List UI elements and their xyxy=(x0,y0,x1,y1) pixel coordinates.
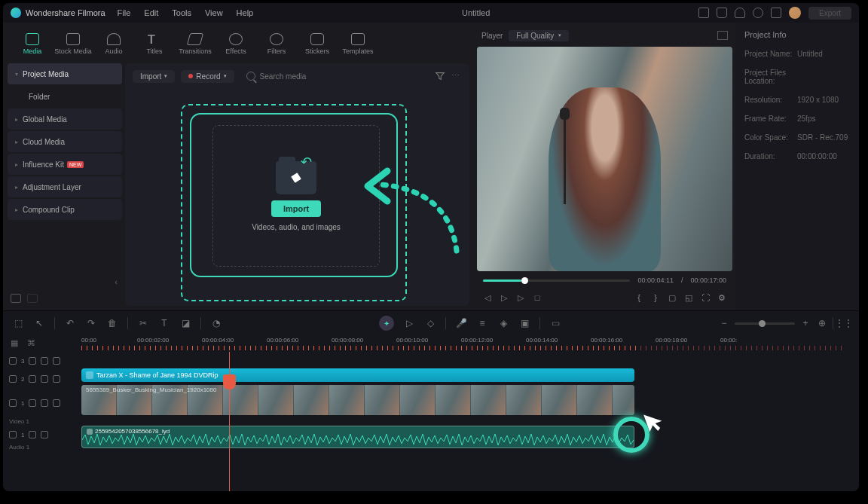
sidebar-item-project-media[interactable]: ▾Project Media xyxy=(8,63,122,84)
timeline-lanes[interactable]: Tarzan X - Shame of Jane 1994 DVDRip 585… xyxy=(81,352,859,491)
menu-view[interactable]: View xyxy=(205,8,223,17)
mic-icon[interactable]: 🎤 xyxy=(455,317,467,329)
track-head-title3[interactable]: 3 xyxy=(3,352,81,370)
marker-icon[interactable]: ◇ xyxy=(424,317,436,329)
render-icon[interactable]: ▭ xyxy=(549,317,561,329)
tab-effects[interactable]: Effects xyxy=(215,33,256,55)
undo-icon[interactable]: ↶ xyxy=(64,317,76,329)
video-preview[interactable] xyxy=(477,47,732,271)
main-menu: File Edit Tools View Help xyxy=(118,8,254,17)
import-dropdown[interactable]: Import▾ xyxy=(133,70,175,83)
keyframe-icon[interactable]: ◈ xyxy=(497,317,509,329)
tab-media[interactable]: Media xyxy=(12,33,53,55)
tab-stickers[interactable]: Stickers xyxy=(297,33,338,55)
track-head-title2[interactable]: 2 xyxy=(3,370,81,388)
link-icon[interactable]: ⌘ xyxy=(27,338,38,349)
ruler-tick: 00:00:06:00 xyxy=(267,337,298,344)
ruler-tick: 00:00:14:00 xyxy=(526,337,558,344)
filter-icon[interactable] xyxy=(435,71,445,81)
mark-out-icon[interactable]: } xyxy=(651,293,660,302)
menu-help[interactable]: Help xyxy=(237,8,254,17)
tab-transitions[interactable]: Transitions xyxy=(175,33,215,55)
select-tool-icon[interactable]: ⬚ xyxy=(12,317,24,329)
tab-titles[interactable]: Titles xyxy=(134,33,175,55)
menu-tools[interactable]: Tools xyxy=(172,8,191,17)
total-time: 00:00:17:00 xyxy=(690,276,726,284)
cloud-icon[interactable] xyxy=(735,8,745,18)
apps-icon[interactable] xyxy=(771,8,781,18)
prev-frame-icon[interactable]: ◁ xyxy=(483,293,492,302)
info-label-framerate: Frame Rate: xyxy=(744,115,793,123)
zoom-slider[interactable] xyxy=(735,322,795,325)
timeline-ruler[interactable]: 00:00 00:00:02:00 00:00:04:00 00:00:06:0… xyxy=(81,335,859,352)
mixer-icon[interactable]: ≡ xyxy=(476,317,488,329)
zoom-fit-icon[interactable]: ⊕ xyxy=(816,317,828,329)
project-info-panel: Project Info Project Name:Untitled Proje… xyxy=(735,23,859,310)
timeline-options-icon[interactable]: ⋮⋮ xyxy=(838,317,850,329)
zoom-thumb[interactable] xyxy=(759,320,766,327)
delete-icon[interactable]: 🗑 xyxy=(106,317,118,329)
lock-icon xyxy=(29,431,36,438)
tab-stock-media[interactable]: Stock Media xyxy=(53,33,93,55)
track-label-video: Video 1 xyxy=(3,418,81,426)
sidebar-item-influence-kit[interactable]: ▸Influence KitNEW xyxy=(8,154,122,175)
crop-icon[interactable]: ◪ xyxy=(179,317,191,329)
cut-icon[interactable]: ✂ xyxy=(137,317,149,329)
zoom-in-icon[interactable]: + xyxy=(799,317,811,329)
playhead[interactable] xyxy=(223,374,236,389)
quality-dropdown[interactable]: Full Quality▾ xyxy=(509,30,569,41)
redo-icon[interactable]: ↷ xyxy=(85,317,97,329)
export-button[interactable]: Export xyxy=(808,7,851,20)
zoom-out-icon[interactable]: − xyxy=(718,317,730,329)
snapshot-icon[interactable] xyxy=(717,31,728,40)
color-icon[interactable]: ◔ xyxy=(210,317,222,329)
play-tool-icon[interactable]: ▷ xyxy=(403,317,415,329)
track-head-video1[interactable]: 1 xyxy=(3,388,81,418)
pip-icon[interactable]: ◱ xyxy=(684,293,693,302)
scrubber-track[interactable] xyxy=(483,279,630,282)
ai-tool-icon[interactable]: ✦ xyxy=(379,316,394,331)
sidebar-item-global-media[interactable]: ▸Global Media xyxy=(8,108,122,130)
screenshot-icon[interactable]: ▢ xyxy=(668,293,677,302)
track-manager-icon[interactable]: ▦ xyxy=(11,338,21,349)
more-icon[interactable]: ⋯ xyxy=(451,71,462,81)
text-tool-icon[interactable]: T xyxy=(158,317,170,329)
display-icon[interactable] xyxy=(698,8,709,18)
scrubber-thumb[interactable] xyxy=(521,277,528,284)
mute-icon xyxy=(41,399,48,407)
save-icon[interactable] xyxy=(717,8,727,18)
menu-edit[interactable]: Edit xyxy=(144,8,158,17)
settings-icon[interactable]: ⚙ xyxy=(717,293,726,302)
import-button[interactable]: Import xyxy=(271,200,321,217)
mark-in-icon[interactable]: { xyxy=(634,293,643,302)
tab-filters[interactable]: Filters xyxy=(256,33,297,55)
sidebar-item-cloud-media[interactable]: ▸Cloud Media xyxy=(8,131,122,152)
fullscreen-icon[interactable]: ⛶ xyxy=(701,293,710,302)
timeline: ⬚ ↖ ↶ ↷ 🗑 ✂ T ◪ ◔ ✦ ▷ ◇ 🎤 ≡ ◈ ▣ ▭ xyxy=(3,310,859,491)
sidebar-item-adjustment-layer[interactable]: ▸Adjustment Layer xyxy=(8,176,122,197)
new-bin-icon[interactable] xyxy=(27,294,38,303)
video-clip[interactable]: 5855389_Busker_Busking_Musician_1920x108… xyxy=(81,385,634,415)
new-folder-icon[interactable] xyxy=(11,294,21,303)
import-drop-zone[interactable]: ↶ Import Videos, audio, and images xyxy=(125,89,469,306)
track-head-audio1[interactable]: 1 xyxy=(3,426,81,444)
pointer-tool-icon[interactable]: ↖ xyxy=(33,317,45,329)
play-icon[interactable]: ▷ xyxy=(500,293,509,302)
record-dropdown[interactable]: Record▾ xyxy=(181,70,234,83)
sidebar-item-compound-clip[interactable]: ▸Compound Clip xyxy=(8,199,122,220)
sidebar-item-folder[interactable]: Folder xyxy=(8,86,122,107)
headphones-icon[interactable] xyxy=(753,8,763,18)
user-avatar[interactable] xyxy=(789,7,801,19)
tab-audio[interactable]: Audio xyxy=(93,33,134,55)
group-icon[interactable]: ▣ xyxy=(518,317,530,329)
tab-templates[interactable]: Templates xyxy=(338,33,378,55)
title-clip[interactable]: Tarzan X - Shame of Jane 1994 DVDRip xyxy=(81,368,634,382)
sidebar-collapse[interactable]: ‹ xyxy=(8,274,122,289)
stop-icon[interactable]: □ xyxy=(533,293,542,302)
menu-file[interactable]: File xyxy=(118,8,131,17)
ruler-tick: 00:00: xyxy=(720,337,737,344)
audio-clip[interactable]: 2559542057038556678_lyd xyxy=(81,426,634,448)
search-input[interactable] xyxy=(260,72,423,81)
title-bar: Wondershare Filmora File Edit Tools View… xyxy=(3,3,859,23)
next-frame-icon[interactable]: ▷ xyxy=(516,293,525,302)
